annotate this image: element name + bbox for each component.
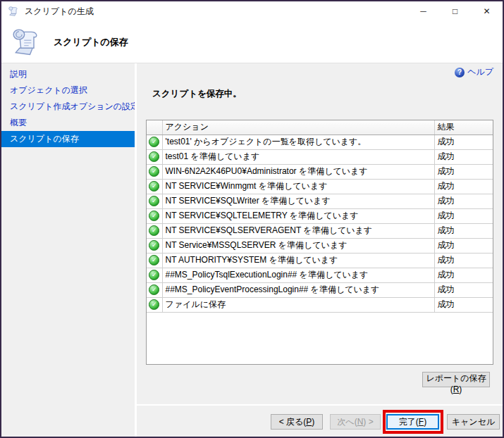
success-check-icon: ✓ — [149, 166, 159, 177]
row-status-cell: ✓ — [147, 223, 162, 238]
save-report-button[interactable]: レポートの保存(R) — [422, 372, 490, 387]
success-check-icon: ✓ — [149, 151, 159, 162]
success-check-icon: ✓ — [149, 255, 159, 265]
action-cell: test01 を準備しています — [162, 149, 434, 164]
table-row[interactable]: ✓ NT SERVICE¥SQLTELEMETRY を準備しています 成功 — [147, 208, 493, 223]
window-title: スクリプトの生成 — [25, 6, 94, 18]
help-label: ヘルプ — [467, 66, 493, 78]
action-cell: NT Service¥MSSQLSERVER を準備しています — [162, 238, 434, 253]
success-check-icon: ✓ — [149, 137, 159, 147]
success-check-icon: ✓ — [149, 284, 159, 295]
action-cell: NT SERVICE¥SQLSERVERAGENT を準備しています — [162, 223, 434, 238]
action-cell: ##MS_PolicyEventProcessingLogin## を準備してい… — [162, 282, 434, 297]
sidebar-step-item[interactable]: 概要 — [1, 115, 135, 131]
status-text: スクリプトを保存中。 — [152, 88, 242, 100]
action-cell: 'test01' からオブジェクトの一覧を取得しています。 — [162, 134, 434, 149]
result-cell: 成功 — [434, 149, 493, 164]
maximize-button[interactable]: □ — [439, 1, 471, 21]
finish-button[interactable]: 完了(F) — [386, 414, 439, 430]
result-cell: 成功 — [434, 268, 493, 282]
table-row[interactable]: ✓ ファイルに保存 成功 — [147, 297, 493, 312]
result-cell: 成功 — [434, 223, 493, 238]
row-status-cell: ✓ — [147, 297, 162, 312]
success-check-icon: ✓ — [149, 240, 159, 251]
success-check-icon: ✓ — [149, 225, 159, 236]
page-title: スクリプトの保存 — [54, 36, 128, 49]
success-check-icon: ✓ — [149, 211, 159, 221]
result-column-header[interactable]: 結果 — [434, 120, 493, 134]
help-icon: ? — [455, 68, 465, 77]
result-cell: 成功 — [434, 297, 493, 312]
result-cell: 成功 — [434, 134, 493, 149]
row-status-cell: ✓ — [147, 194, 162, 208]
result-cell: 成功 — [434, 253, 493, 268]
main-panel: ? ヘルプ スクリプトを保存中。 アクション 結果 — [137, 63, 503, 437]
success-check-icon: ✓ — [149, 181, 159, 192]
table-row[interactable]: ✓ NT SERVICE¥SQLSERVERAGENT を準備しています 成功 — [147, 223, 493, 238]
action-cell: ##MS_PolicyTsqlExecutionLogin## を準備しています — [162, 268, 434, 282]
table-row[interactable]: ✓ ##MS_PolicyEventProcessingLogin## を準備し… — [147, 282, 493, 297]
table-row[interactable]: ✓ ##MS_PolicyTsqlExecutionLogin## を準備してい… — [147, 268, 493, 282]
result-cell: 成功 — [434, 208, 493, 223]
action-column-header[interactable]: アクション — [162, 120, 434, 134]
sidebar-step-item[interactable]: オブジェクトの選択 — [1, 82, 135, 99]
table-row[interactable]: ✓ 'test01' からオブジェクトの一覧を取得しています。 成功 — [147, 134, 493, 149]
row-status-cell: ✓ — [147, 268, 162, 282]
icon-column-header[interactable] — [147, 120, 162, 134]
success-check-icon: ✓ — [149, 196, 159, 206]
minimize-button[interactable]: ─ — [407, 1, 439, 21]
table-header-row: アクション 結果 — [147, 120, 493, 134]
table-row[interactable]: ✓ WIN-6N2A2K46PU0¥Administrator を準備しています… — [147, 164, 493, 179]
help-link[interactable]: ? ヘルプ — [455, 66, 493, 78]
title-bar: スクリプトの生成 ─ □ ✕ — [1, 1, 503, 21]
action-cell: NT AUTHORITY¥SYSTEM を準備しています — [162, 253, 434, 268]
table-body: ✓ 'test01' からオブジェクトの一覧を取得しています。 成功 ✓ tes… — [147, 134, 493, 312]
action-cell: WIN-6N2A2K46PU0¥Administrator を準備しています — [162, 164, 434, 179]
row-status-cell: ✓ — [147, 253, 162, 268]
table-row[interactable]: ✓ NT SERVICE¥Winmgmt を準備しています 成功 — [147, 179, 493, 194]
action-cell: NT SERVICE¥Winmgmt を準備しています — [162, 179, 434, 194]
result-cell: 成功 — [434, 194, 493, 208]
footer-divider — [137, 404, 503, 406]
wizard-header: スクリプトの保存 — [1, 21, 503, 63]
row-status-cell: ✓ — [147, 208, 162, 223]
action-cell: ファイルに保存 — [162, 297, 434, 312]
result-cell: 成功 — [434, 238, 493, 253]
table-row[interactable]: ✓ NT AUTHORITY¥SYSTEM を準備しています 成功 — [147, 253, 493, 268]
action-cell: NT SERVICE¥SQLWriter を準備しています — [162, 194, 434, 208]
row-status-cell: ✓ — [147, 164, 162, 179]
script-scroll-icon — [11, 26, 42, 58]
cancel-button[interactable]: キャンセル — [447, 414, 500, 430]
sidebar-step-item[interactable]: スクリプトの保存 — [1, 131, 135, 147]
back-button[interactable]: < 戻る(P) — [271, 414, 323, 430]
result-cell: 成功 — [434, 282, 493, 297]
sidebar-step-item[interactable]: スクリプト作成オプションの設定 — [1, 99, 135, 115]
sidebar-step-item[interactable]: 説明 — [1, 66, 135, 82]
result-cell: 成功 — [434, 164, 493, 179]
next-button[interactable]: 次へ(N) > — [330, 414, 381, 430]
action-cell: NT SERVICE¥SQLTELEMETRY を準備しています — [162, 208, 434, 223]
row-status-cell: ✓ — [147, 149, 162, 164]
success-check-icon: ✓ — [149, 299, 159, 310]
table-row[interactable]: ✓ test01 を準備しています 成功 — [147, 149, 493, 164]
table-row[interactable]: ✓ NT Service¥MSSQLSERVER を準備しています 成功 — [147, 238, 493, 253]
wizard-body: 説明 オブジェクトの選択 スクリプト作成オプションの設定 概要 スクリプトの保存… — [1, 63, 503, 437]
row-status-cell: ✓ — [147, 238, 162, 253]
result-cell: 成功 — [434, 179, 493, 194]
results-table: アクション 結果 ✓ 'test01' からオブジェクトの一覧を取得しています。… — [146, 120, 493, 365]
wizard-steps-sidebar: 説明 オブジェクトの選択 スクリプト作成オプションの設定 概要 スクリプトの保存 — [1, 63, 137, 437]
close-button[interactable]: ✕ — [471, 1, 503, 21]
table-row[interactable]: ✓ NT SERVICE¥SQLWriter を準備しています 成功 — [147, 194, 493, 208]
row-status-cell: ✓ — [147, 179, 162, 194]
script-scroll-app-icon — [8, 6, 19, 17]
row-status-cell: ✓ — [147, 282, 162, 297]
row-status-cell: ✓ — [147, 134, 162, 149]
generate-scripts-wizard-window: スクリプトの生成 ─ □ ✕ スクリプトの保存 説明 オブジェクトの選択 — [0, 0, 504, 438]
success-check-icon: ✓ — [149, 270, 159, 280]
